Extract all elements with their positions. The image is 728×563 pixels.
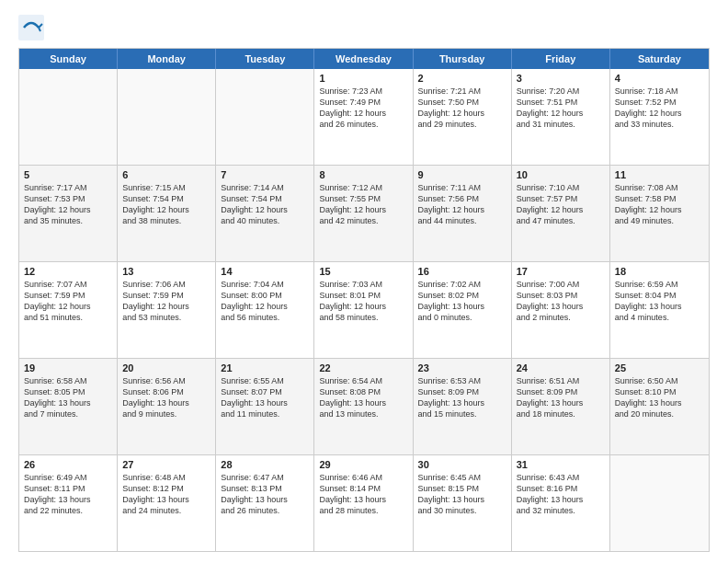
day-number: 11 (615, 169, 704, 180)
calendar-cell-2-5: 9Sunrise: 7:11 AM Sunset: 7:56 PM Daylig… (414, 166, 512, 261)
calendar: SundayMondayTuesdayWednesdayThursdayFrid… (18, 48, 710, 552)
cell-info: Sunrise: 6:56 AM Sunset: 8:06 PM Dayligh… (122, 375, 210, 420)
calendar-body: 1Sunrise: 7:23 AM Sunset: 7:49 PM Daylig… (19, 69, 709, 551)
header-day-monday: Monday (118, 49, 216, 69)
day-number: 19 (24, 362, 112, 373)
calendar-cell-5-5: 30Sunrise: 6:45 AM Sunset: 8:15 PM Dayli… (414, 455, 512, 551)
calendar-cell-1-1 (19, 69, 118, 165)
logo (18, 15, 48, 40)
cell-info: Sunrise: 7:07 AM Sunset: 7:59 PM Dayligh… (24, 279, 112, 324)
cell-info: Sunrise: 6:55 AM Sunset: 8:07 PM Dayligh… (221, 375, 309, 420)
day-number: 13 (122, 266, 210, 277)
day-number: 2 (418, 73, 506, 84)
calendar-row-2: 5Sunrise: 7:17 AM Sunset: 7:53 PM Daylig… (19, 165, 709, 261)
cell-info: Sunrise: 7:20 AM Sunset: 7:51 PM Dayligh… (517, 86, 605, 131)
calendar-cell-5-6: 31Sunrise: 6:43 AM Sunset: 8:16 PM Dayli… (512, 455, 610, 551)
cell-info: Sunrise: 7:02 AM Sunset: 8:02 PM Dayligh… (418, 279, 506, 324)
day-number: 17 (517, 266, 605, 277)
day-number: 21 (221, 362, 309, 373)
calendar-cell-5-3: 28Sunrise: 6:47 AM Sunset: 8:13 PM Dayli… (216, 455, 314, 551)
cell-info: Sunrise: 6:50 AM Sunset: 8:10 PM Dayligh… (615, 375, 704, 420)
cell-info: Sunrise: 7:04 AM Sunset: 8:00 PM Dayligh… (221, 279, 309, 324)
calendar-cell-1-7: 4Sunrise: 7:18 AM Sunset: 7:52 PM Daylig… (610, 69, 709, 165)
cell-info: Sunrise: 6:46 AM Sunset: 8:14 PM Dayligh… (319, 472, 407, 517)
day-number: 23 (418, 362, 506, 373)
calendar-cell-4-3: 21Sunrise: 6:55 AM Sunset: 8:07 PM Dayli… (216, 359, 314, 454)
calendar-header: SundayMondayTuesdayWednesdayThursdayFrid… (19, 49, 709, 69)
cell-info: Sunrise: 7:17 AM Sunset: 7:53 PM Dayligh… (24, 182, 112, 227)
calendar-cell-4-6: 24Sunrise: 6:51 AM Sunset: 8:09 PM Dayli… (512, 359, 610, 454)
day-number: 1 (319, 73, 407, 84)
calendar-row-3: 12Sunrise: 7:07 AM Sunset: 7:59 PM Dayli… (19, 261, 709, 358)
day-number: 14 (221, 266, 309, 277)
day-number: 28 (221, 459, 309, 470)
calendar-row-1: 1Sunrise: 7:23 AM Sunset: 7:49 PM Daylig… (19, 69, 709, 165)
calendar-cell-1-2 (118, 69, 216, 165)
day-number: 12 (24, 266, 112, 277)
day-number: 27 (122, 459, 210, 470)
cell-info: Sunrise: 7:08 AM Sunset: 7:58 PM Dayligh… (615, 182, 704, 227)
day-number: 31 (517, 459, 605, 470)
calendar-cell-5-2: 27Sunrise: 6:48 AM Sunset: 8:12 PM Dayli… (118, 455, 216, 551)
day-number: 18 (615, 266, 704, 277)
calendar-cell-5-1: 26Sunrise: 6:49 AM Sunset: 8:11 PM Dayli… (19, 455, 118, 551)
day-number: 4 (615, 73, 704, 84)
calendar-cell-2-1: 5Sunrise: 7:17 AM Sunset: 7:53 PM Daylig… (19, 166, 118, 261)
header-day-tuesday: Tuesday (216, 49, 314, 69)
day-number: 6 (122, 169, 210, 180)
calendar-cell-1-3 (216, 69, 314, 165)
cell-info: Sunrise: 7:14 AM Sunset: 7:54 PM Dayligh… (221, 182, 309, 227)
calendar-cell-2-6: 10Sunrise: 7:10 AM Sunset: 7:57 PM Dayli… (512, 166, 610, 261)
calendar-cell-3-6: 17Sunrise: 7:00 AM Sunset: 8:03 PM Dayli… (512, 262, 610, 358)
calendar-cell-5-4: 29Sunrise: 6:46 AM Sunset: 8:14 PM Dayli… (314, 455, 413, 551)
day-number: 8 (319, 169, 407, 180)
cell-info: Sunrise: 6:53 AM Sunset: 8:09 PM Dayligh… (418, 375, 506, 420)
cell-info: Sunrise: 6:48 AM Sunset: 8:12 PM Dayligh… (122, 472, 210, 517)
day-number: 9 (418, 169, 506, 180)
header (18, 15, 710, 40)
day-number: 30 (418, 459, 506, 470)
calendar-row-4: 19Sunrise: 6:58 AM Sunset: 8:05 PM Dayli… (19, 358, 709, 454)
logo-icon (18, 15, 44, 40)
calendar-cell-5-7 (610, 455, 709, 551)
cell-info: Sunrise: 7:11 AM Sunset: 7:56 PM Dayligh… (418, 182, 506, 227)
cell-info: Sunrise: 6:47 AM Sunset: 8:13 PM Dayligh… (221, 472, 309, 517)
calendar-cell-4-4: 22Sunrise: 6:54 AM Sunset: 8:08 PM Dayli… (314, 359, 413, 454)
cell-info: Sunrise: 7:18 AM Sunset: 7:52 PM Dayligh… (615, 86, 704, 131)
cell-info: Sunrise: 7:00 AM Sunset: 8:03 PM Dayligh… (517, 279, 605, 324)
day-number: 7 (221, 169, 309, 180)
header-day-wednesday: Wednesday (314, 49, 413, 69)
day-number: 3 (517, 73, 605, 84)
cell-info: Sunrise: 7:21 AM Sunset: 7:50 PM Dayligh… (418, 86, 506, 131)
day-number: 22 (319, 362, 407, 373)
day-number: 24 (517, 362, 605, 373)
day-number: 10 (517, 169, 605, 180)
header-day-sunday: Sunday (19, 49, 118, 69)
calendar-cell-2-7: 11Sunrise: 7:08 AM Sunset: 7:58 PM Dayli… (610, 166, 709, 261)
calendar-cell-4-7: 25Sunrise: 6:50 AM Sunset: 8:10 PM Dayli… (610, 359, 709, 454)
cell-info: Sunrise: 7:23 AM Sunset: 7:49 PM Dayligh… (319, 86, 407, 131)
calendar-cell-3-5: 16Sunrise: 7:02 AM Sunset: 8:02 PM Dayli… (414, 262, 512, 358)
calendar-row-5: 26Sunrise: 6:49 AM Sunset: 8:11 PM Dayli… (19, 454, 709, 551)
cell-info: Sunrise: 6:45 AM Sunset: 8:15 PM Dayligh… (418, 472, 506, 517)
calendar-cell-3-3: 14Sunrise: 7:04 AM Sunset: 8:00 PM Dayli… (216, 262, 314, 358)
calendar-cell-1-5: 2Sunrise: 7:21 AM Sunset: 7:50 PM Daylig… (414, 69, 512, 165)
header-day-friday: Friday (512, 49, 610, 69)
cell-info: Sunrise: 6:54 AM Sunset: 8:08 PM Dayligh… (319, 375, 407, 420)
calendar-cell-3-7: 18Sunrise: 6:59 AM Sunset: 8:04 PM Dayli… (610, 262, 709, 358)
calendar-cell-4-5: 23Sunrise: 6:53 AM Sunset: 8:09 PM Dayli… (414, 359, 512, 454)
calendar-cell-1-6: 3Sunrise: 7:20 AM Sunset: 7:51 PM Daylig… (512, 69, 610, 165)
cell-info: Sunrise: 6:43 AM Sunset: 8:16 PM Dayligh… (517, 472, 605, 517)
calendar-cell-2-2: 6Sunrise: 7:15 AM Sunset: 7:54 PM Daylig… (118, 166, 216, 261)
cell-info: Sunrise: 7:15 AM Sunset: 7:54 PM Dayligh… (122, 182, 210, 227)
day-number: 5 (24, 169, 112, 180)
calendar-cell-2-3: 7Sunrise: 7:14 AM Sunset: 7:54 PM Daylig… (216, 166, 314, 261)
day-number: 16 (418, 266, 506, 277)
cell-info: Sunrise: 7:12 AM Sunset: 7:55 PM Dayligh… (319, 182, 407, 227)
cell-info: Sunrise: 7:10 AM Sunset: 7:57 PM Dayligh… (517, 182, 605, 227)
cell-info: Sunrise: 6:59 AM Sunset: 8:04 PM Dayligh… (615, 279, 704, 324)
calendar-cell-3-2: 13Sunrise: 7:06 AM Sunset: 7:59 PM Dayli… (118, 262, 216, 358)
cell-info: Sunrise: 7:03 AM Sunset: 8:01 PM Dayligh… (319, 279, 407, 324)
header-day-thursday: Thursday (414, 49, 512, 69)
calendar-cell-4-2: 20Sunrise: 6:56 AM Sunset: 8:06 PM Dayli… (118, 359, 216, 454)
